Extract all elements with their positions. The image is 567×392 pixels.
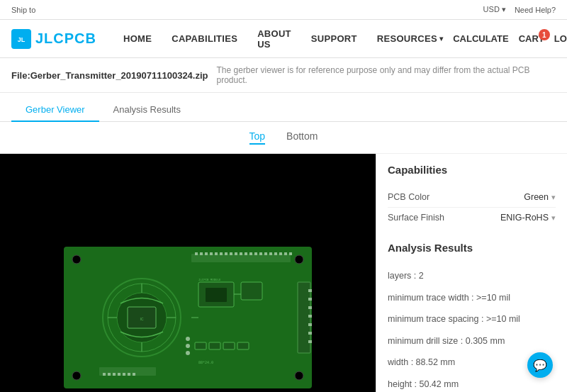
svg-rect-28 [249,252,252,255]
svg-rect-29 [254,252,257,255]
capabilities-title: Capabilities [388,164,556,179]
svg-text:JL: JL [18,36,26,43]
chat-icon: 💬 [533,359,547,372]
main-nav: HOME CAPABILITIES ABOUT US SUPPORT RESOU… [113,20,453,58]
svg-rect-44 [308,340,312,343]
calculate-button[interactable]: CALCULATE [453,33,508,44]
file-bar: File:Gerber_Transmitter_20190711100324.z… [0,58,567,93]
svg-rect-22 [220,252,223,255]
pcb-color-value[interactable]: Green ▾ [524,192,556,202]
svg-rect-21 [215,252,218,255]
svg-rect-41 [308,315,312,318]
nav-about[interactable]: ABOUT US [247,20,301,58]
svg-rect-51 [103,373,106,376]
ship-to-label: Ship to [11,6,35,14]
svg-text:88*24.0: 88*24.0 [198,360,213,364]
svg-rect-19 [205,252,208,255]
svg-rect-36 [289,252,292,255]
svg-rect-23 [225,252,228,255]
pcb-svg: IC [57,240,319,392]
svg-rect-38 [308,289,312,292]
view-tab-bottom[interactable]: Bottom [286,130,318,145]
svg-point-66 [186,351,190,355]
need-help-link[interactable]: Need Help? [515,6,556,14]
resources-chevron: ▾ [439,35,443,43]
login-button[interactable]: LOGIN [554,33,567,44]
svg-rect-20 [210,252,213,255]
top-bar-left: Ship to [11,6,35,14]
analysis-item-3: minimum drill size : 0.305 mm [388,330,556,352]
logo-icon: JL [11,29,31,49]
analysis-item-0: layers : 2 [388,265,556,287]
nav-capabilities[interactable]: CAPABILITIES [162,20,247,58]
svg-rect-46 [206,288,227,302]
svg-rect-60 [223,342,235,349]
svg-rect-52 [108,373,111,376]
svg-rect-54 [118,373,120,376]
header: JL JLCPCB HOME CAPABILITIES ABOUT US SUP… [0,20,567,58]
svg-text:JLCPCB MODULE: JLCPCB MODULE [198,278,221,281]
svg-rect-39 [308,298,312,301]
analysis-item-1: minimum trace width : >=10 mil [388,287,556,309]
svg-rect-30 [259,252,262,255]
analysis-title: Analysis Results [388,242,556,257]
pcb-viewer[interactable]: IC [0,154,376,392]
tab-analysis-results[interactable]: Analysis Results [99,99,195,122]
surface-finish-row: Surface Finish ENIG-RoHS ▾ [388,208,556,228]
svg-rect-33 [274,252,277,255]
svg-rect-25 [235,252,237,255]
logo-text: JLCPCB [35,30,96,47]
logo[interactable]: JL JLCPCB [11,29,96,49]
svg-rect-34 [279,252,282,255]
top-bar: Ship to USD ▾ Need Help? [0,0,567,20]
svg-rect-27 [245,252,247,255]
svg-point-64 [186,337,190,341]
svg-rect-47 [241,282,262,300]
svg-text:IC: IC [140,317,144,321]
svg-rect-31 [264,252,267,255]
currency-arrow: ▾ [502,5,506,13]
svg-rect-35 [284,252,287,255]
svg-rect-58 [195,342,206,349]
svg-rect-43 [308,332,312,335]
main-tabs: Gerber Viewer Analysis Results [0,93,567,122]
main-content: IC [0,154,567,392]
svg-point-4 [295,255,303,264]
surface-finish-value[interactable]: ENIG-RoHS ▾ [500,213,556,223]
analysis-item-5: height : 50.42 mm [388,374,556,393]
svg-point-65 [186,344,190,348]
chat-float-button[interactable]: 💬 [527,352,553,378]
nav-resources[interactable]: RESOURCES ▾ [367,20,453,58]
analysis-item-2: minimum trace spacing : >=10 mil [388,308,556,330]
svg-point-6 [295,371,303,380]
pcb-color-label: PCB Color [388,192,430,202]
surface-finish-arrow: ▾ [551,213,556,223]
svg-rect-17 [195,252,198,255]
cart-button[interactable]: CART 1 [519,33,544,44]
svg-rect-42 [308,323,312,326]
svg-rect-57 [133,373,135,376]
svg-rect-26 [240,252,242,255]
svg-point-3 [72,255,81,264]
tab-gerber-viewer[interactable]: Gerber Viewer [11,99,99,122]
header-right: CALCULATE CART 1 LOGIN | REGISTER [453,33,567,44]
currency-selector[interactable]: USD ▾ [483,5,506,14]
svg-rect-53 [113,373,116,376]
svg-rect-56 [128,373,130,376]
nav-support[interactable]: SUPPORT [301,20,367,58]
svg-point-5 [72,371,81,380]
svg-rect-55 [123,373,125,376]
svg-rect-61 [237,342,249,349]
capabilities-section: Capabilities PCB Color Green ▾ Surface F… [388,164,556,228]
svg-rect-59 [209,342,220,349]
svg-rect-18 [200,252,203,255]
svg-rect-40 [308,306,312,309]
pcb-color-arrow: ▾ [551,193,556,202]
svg-rect-32 [269,252,272,255]
top-bar-right: USD ▾ Need Help? [483,5,556,14]
view-tab-top[interactable]: Top [249,130,266,145]
view-tabs: Top Bottom [0,122,567,154]
file-note: The gerber viewer is for reference purpo… [217,65,556,85]
nav-home[interactable]: HOME [113,20,162,58]
surface-finish-label: Surface Finish [388,213,444,223]
